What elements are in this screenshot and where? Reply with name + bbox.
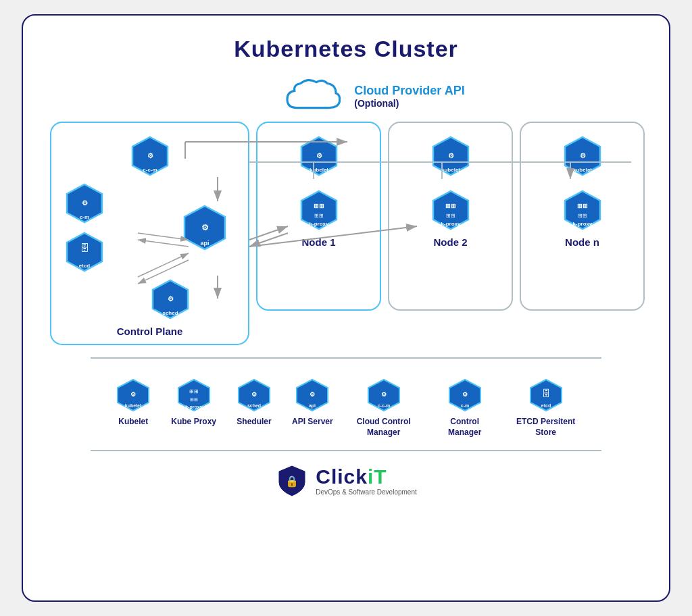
noden-inner: ⚙ kubelet ⊞⊞ ⊞⊞ k-proxy (530, 135, 634, 231)
legend-ccm: ⚙ c-c-m Cloud Control Manager (353, 378, 414, 438)
divider-bottom (91, 450, 601, 451)
page-title: Kubernetes Cluster (50, 36, 642, 62)
legend-sched-label: Sheduler (237, 417, 271, 428)
footer-brand-name: ClickiT (316, 465, 417, 488)
svg-text:kubelet: kubelet (572, 167, 591, 173)
node1-box: ⚙ kubelet ⊞⊞ ⊞⊞ k-proxy (256, 122, 381, 311)
legend-kubelet-label: Kubelet (118, 417, 148, 428)
node1-label: Node 1 (267, 236, 370, 248)
legend-api: ⚙ api API Server (292, 378, 333, 428)
legend-kproxy-icon: ⊞⊞ ⊞⊞ k-proxy (176, 378, 212, 413)
cm-icon: ⚙ c-m (64, 182, 105, 224)
legend-ccm-icon: ⚙ c-c-m (366, 378, 401, 413)
svg-text:api: api (200, 240, 209, 247)
footer-it: iT (368, 465, 387, 488)
nodes-row: ⚙ c-c-m (50, 122, 642, 345)
kproxyn-icon: ⊞⊞ ⊞⊞ k-proxy (562, 189, 603, 231)
legend-api-icon: ⚙ api (295, 378, 330, 413)
svg-text:kubelet: kubelet (125, 403, 142, 408)
kubeletn-icon: ⚙ kubelet (562, 135, 603, 177)
kubelet1-icon: ⚙ kubelet (298, 135, 340, 177)
svg-text:⚙: ⚙ (251, 391, 257, 398)
svg-text:⚙: ⚙ (316, 152, 322, 159)
svg-text:sched: sched (247, 403, 261, 408)
sched-icon: ⚙ sched (149, 278, 191, 320)
api-icon: ⚙ api (180, 203, 229, 252)
svg-text:⊞⊞: ⊞⊞ (446, 213, 455, 219)
cm-hex: ⚙ c-m (64, 182, 105, 224)
svg-text:kubelet: kubelet (309, 167, 328, 173)
diagram-area: ⚙ c-c-m (50, 122, 642, 345)
legend-row: ⚙ kubelet Kubelet ⊞⊞ ⊞⊞ k-proxy Kube Pro… (50, 378, 642, 438)
svg-text:k-proxy: k-proxy (441, 221, 460, 227)
legend-etcd-icon: 🗄 etcd (528, 378, 564, 413)
api-hex: ⚙ api (180, 203, 229, 252)
svg-text:c-m: c-m (80, 214, 89, 220)
cloud-provider-section: Cloud Provider API (Optional) (104, 76, 642, 116)
legend-cm-icon: ⚙ c-m (447, 378, 483, 413)
svg-text:⊞⊞: ⊞⊞ (578, 213, 587, 219)
footer-click: Click (316, 465, 368, 488)
svg-text:⊞⊞: ⊞⊞ (189, 388, 199, 394)
cloud-provider-label: Cloud Provider API (Optional) (354, 84, 464, 109)
noden-box: ⚙ kubelet ⊞⊞ ⊞⊞ k-proxy (520, 122, 645, 311)
noden-label: Node n (530, 236, 634, 248)
control-plane-box: ⚙ c-c-m (50, 122, 249, 345)
svg-text:api: api (309, 403, 316, 409)
legend-kproxy-label: Kube Proxy (171, 417, 216, 428)
svg-text:⚙: ⚙ (310, 391, 315, 398)
legend-sched: ⚙ sched Sheduler (237, 378, 272, 428)
svg-text:⚙: ⚙ (381, 391, 387, 398)
legend-kubelet: ⚙ kubelet Kubelet (116, 378, 151, 428)
legend-kubelet-icon: ⚙ kubelet (116, 378, 151, 413)
svg-text:⚙: ⚙ (447, 152, 453, 159)
svg-text:⚙: ⚙ (82, 199, 88, 207)
cloud-icon (281, 76, 342, 116)
svg-text:🗄: 🗄 (80, 242, 89, 253)
footer-text: ClickiT DevOps & Software Development (316, 465, 417, 496)
svg-text:⚙: ⚙ (201, 223, 209, 232)
svg-text:c-c-m: c-c-m (377, 403, 390, 408)
legend-cm-label: Control Manager (435, 417, 495, 438)
footer-tagline: DevOps & Software Development (316, 488, 417, 496)
etcd-hex: 🗄 etcd (64, 231, 105, 273)
control-plane-inner: ⚙ c-c-m (64, 135, 236, 320)
node2-label: Node 2 (399, 236, 502, 248)
cloud-provider-wrap: Cloud Provider API (Optional) (281, 76, 464, 116)
node1-inner: ⚙ kubelet ⊞⊞ ⊞⊞ k-proxy (267, 135, 370, 231)
svg-text:k-proxy: k-proxy (572, 221, 592, 227)
svg-text:kubelet: kubelet (441, 167, 460, 173)
svg-text:sched: sched (162, 310, 178, 316)
footer-brand: 🔒 ClickiT DevOps & Software Development (275, 463, 417, 497)
kproxy1-icon: ⊞⊞ ⊞⊞ k-proxy (298, 189, 340, 231)
control-plane-label: Control Plane (64, 326, 236, 337)
ccm-row: ⚙ c-c-m (129, 135, 171, 177)
sched-hex: ⚙ sched (149, 278, 191, 320)
legend-api-label: API Server (292, 417, 333, 428)
svg-text:etcd: etcd (541, 403, 550, 408)
svg-text:c-c-m: c-c-m (143, 167, 157, 173)
left-col: ⚙ c-m 🗄 etcd (64, 182, 105, 273)
svg-text:⊞⊞: ⊞⊞ (314, 213, 324, 219)
legend-ccm-label: Cloud Control Manager (353, 417, 414, 438)
legend-sched-icon: ⚙ sched (237, 378, 272, 413)
svg-text:⚙: ⚙ (167, 295, 173, 303)
divider-top (91, 357, 601, 359)
svg-text:⚙: ⚙ (462, 391, 468, 398)
svg-text:🔒: 🔒 (285, 475, 299, 488)
diagram-container: Kubernetes Cluster Cloud Provider API (O… (22, 14, 670, 602)
legend-kproxy: ⊞⊞ ⊞⊞ k-proxy Kube Proxy (171, 378, 216, 428)
svg-text:⊞⊞: ⊞⊞ (190, 397, 198, 402)
node2-inner: ⚙ kubelet ⊞⊞ ⊞⊞ k-proxy (399, 135, 502, 231)
legend-cm: ⚙ c-m Control Manager (435, 378, 495, 438)
svg-text:⊞⊞: ⊞⊞ (314, 203, 324, 209)
middle-row: ⚙ c-m 🗄 etcd (64, 182, 236, 273)
etcd-icon: 🗄 etcd (64, 231, 105, 273)
svg-text:⚙: ⚙ (130, 391, 136, 398)
footer: 🔒 ClickiT DevOps & Software Development (50, 463, 642, 497)
svg-text:🗄: 🗄 (541, 388, 550, 399)
kproxy2-icon: ⊞⊞ ⊞⊞ k-proxy (430, 189, 472, 231)
svg-text:c-m: c-m (460, 403, 468, 408)
svg-text:⊞⊞: ⊞⊞ (577, 203, 588, 209)
ccm-hex: ⚙ c-c-m (129, 135, 171, 177)
